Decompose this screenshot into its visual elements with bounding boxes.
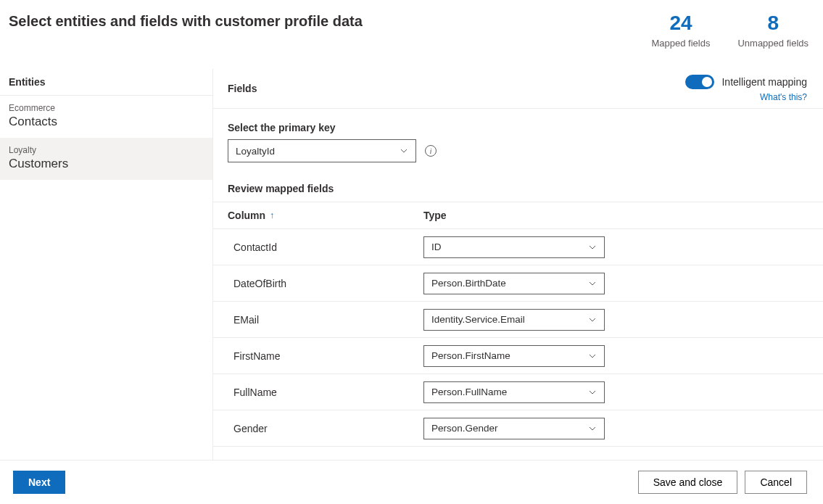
intelligent-mapping-wrap: Intelligent mapping What's this? xyxy=(685,75,807,102)
mapped-fields-table: Column ↑ Type ContactIdIDDateOfBirthPers… xyxy=(213,202,823,447)
info-icon[interactable]: i xyxy=(425,145,437,157)
intelligent-mapping-toggle[interactable] xyxy=(685,75,714,89)
chevron-down-icon xyxy=(588,279,597,288)
next-button[interactable]: Next xyxy=(13,471,65,494)
primary-key-label: Select the primary key xyxy=(228,122,808,133)
cell-column: EMail xyxy=(228,314,423,326)
chevron-down-icon xyxy=(400,146,408,155)
cell-column: FirstName xyxy=(228,350,423,362)
intelligent-mapping-label: Intelligent mapping xyxy=(721,76,807,88)
type-value: Person.FullName xyxy=(431,387,507,397)
type-select[interactable]: Person.FirstName xyxy=(423,345,605,367)
stat-mapped: 24 Mapped fields xyxy=(651,13,710,49)
primary-key-value: LoyaltyId xyxy=(236,146,275,157)
header-column-label: Column xyxy=(228,210,265,221)
cell-column: Gender xyxy=(228,423,423,434)
stat-unmapped-label: Unmapped fields xyxy=(737,38,808,49)
entity-source: Loyalty xyxy=(9,145,204,155)
table-row: ContactIdID xyxy=(213,229,823,265)
table-row: FullNamePerson.FullName xyxy=(213,374,823,410)
fields-label: Fields xyxy=(228,83,257,94)
type-value: Identity.Service.Email xyxy=(431,314,525,325)
chevron-down-icon xyxy=(588,315,597,324)
entity-source: Ecommerce xyxy=(9,103,204,113)
footer: Next Save and close Cancel xyxy=(0,460,823,504)
table-header: Column ↑ Type xyxy=(213,202,823,229)
stats-container: 24 Mapped fields 8 Unmapped fields xyxy=(651,13,808,49)
entity-item-customers[interactable]: LoyaltyCustomers xyxy=(0,138,212,180)
table-row: EMailIdentity.Service.Email xyxy=(213,302,823,338)
entity-name: Contacts xyxy=(9,115,204,129)
stat-unmapped: 8 Unmapped fields xyxy=(737,13,808,49)
cell-type: Identity.Service.Email xyxy=(423,309,808,331)
cell-type: Person.FirstName xyxy=(423,345,808,367)
chevron-down-icon xyxy=(588,424,597,433)
table-row: GenderPerson.Gender xyxy=(213,410,823,447)
type-select[interactable]: Person.Gender xyxy=(423,418,605,439)
type-value: Person.BirthDate xyxy=(431,278,506,289)
entity-item-contacts[interactable]: EcommerceContacts xyxy=(0,96,212,138)
cell-type: Person.BirthDate xyxy=(423,273,808,294)
toggle-knob xyxy=(702,77,712,87)
cancel-button[interactable]: Cancel xyxy=(745,471,807,494)
cell-type: Person.Gender xyxy=(423,418,808,439)
main-panel: Fields Intelligent mapping What's this? … xyxy=(213,69,823,460)
type-select[interactable]: ID xyxy=(423,236,605,258)
sort-asc-icon: ↑ xyxy=(270,210,274,220)
page-title: Select entities and fields with customer… xyxy=(9,13,363,30)
stat-mapped-label: Mapped fields xyxy=(651,38,710,49)
primary-key-select[interactable]: LoyaltyId xyxy=(228,139,416,162)
cell-column: FullName xyxy=(228,387,423,398)
cell-type: Person.FullName xyxy=(423,381,808,403)
header-type[interactable]: Type xyxy=(423,210,808,221)
cell-type: ID xyxy=(423,236,808,258)
type-value: Person.FirstName xyxy=(431,350,510,361)
type-value: ID xyxy=(431,241,442,252)
type-select[interactable]: Person.FullName xyxy=(423,381,605,403)
stat-mapped-value: 24 xyxy=(651,13,710,33)
whats-this-link[interactable]: What's this? xyxy=(760,92,807,102)
chevron-down-icon xyxy=(588,388,597,397)
cell-column: ContactId xyxy=(228,241,423,253)
entity-name: Customers xyxy=(9,157,204,171)
review-mapped-label: Review mapped fields xyxy=(213,162,823,202)
header-column[interactable]: Column ↑ xyxy=(228,210,423,221)
type-select[interactable]: Person.BirthDate xyxy=(423,273,605,294)
stat-unmapped-value: 8 xyxy=(737,13,808,33)
cell-column: DateOfBirth xyxy=(228,278,423,289)
table-row: FirstNamePerson.FirstName xyxy=(213,338,823,374)
chevron-down-icon xyxy=(588,243,597,252)
type-select[interactable]: Identity.Service.Email xyxy=(423,309,605,331)
type-value: Person.Gender xyxy=(431,423,498,434)
save-and-close-button[interactable]: Save and close xyxy=(638,471,738,494)
table-row: DateOfBirthPerson.BirthDate xyxy=(213,265,823,302)
chevron-down-icon xyxy=(588,352,597,360)
entities-sidebar: Entities EcommerceContactsLoyaltyCustome… xyxy=(0,69,213,460)
entities-header: Entities xyxy=(0,69,212,96)
